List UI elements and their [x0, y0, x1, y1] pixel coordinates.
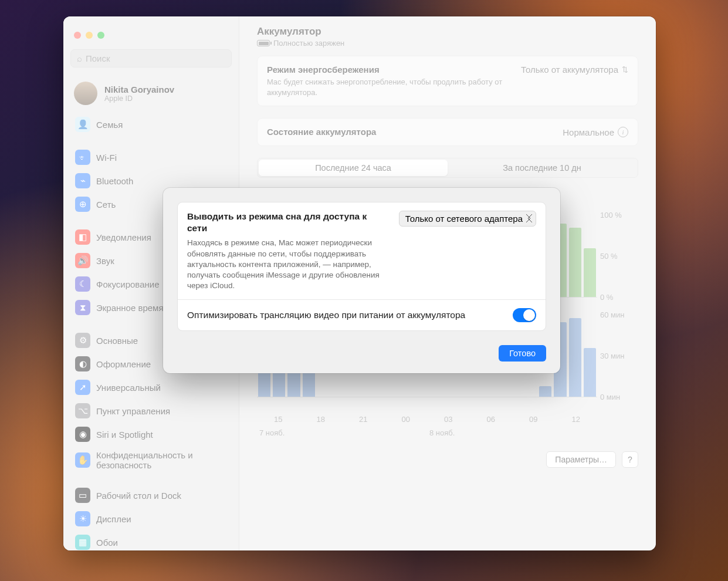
maximize-button[interactable]: [97, 32, 104, 39]
info-icon[interactable]: i: [618, 127, 628, 137]
sidebar-item-label: Siri и Spotlight: [96, 430, 153, 440]
sidebar-icon: ☀: [75, 511, 90, 526]
sidebar-icon: ⊕: [75, 197, 90, 212]
search-input[interactable]: [86, 53, 225, 63]
close-button[interactable]: [74, 32, 81, 39]
account-row[interactable]: Nikita Goryainov Apple ID: [70, 78, 232, 109]
sidebar-icon: ⌥: [75, 403, 90, 418]
page-title: Аккумулятор: [257, 26, 638, 38]
sidebar-icon: ◐: [75, 356, 90, 371]
sidebar-icon: 👤: [75, 117, 90, 132]
sidebar-item[interactable]: ✋Конфиденциальность и безопасность: [70, 447, 232, 474]
options-dialog: Выводить из режима сна для доступа к сет…: [163, 188, 560, 373]
sidebar-item[interactable]: ᯤWi-Fi: [70, 146, 232, 168]
sidebar-icon: ✋: [75, 452, 90, 468]
account-name: Nikita Goryainov: [104, 85, 174, 94]
sidebar-icon: ☾: [75, 276, 90, 292]
sidebar-item-label: Семья: [96, 120, 123, 130]
options-button[interactable]: Параметры…: [546, 451, 616, 468]
health-value: Нормальное: [563, 127, 614, 137]
sidebar-icon: 🔊: [75, 253, 90, 268]
sidebar-item[interactable]: ▭Рабочий стол и Dock: [70, 484, 232, 506]
low-power-value: Только от аккумулятора: [521, 65, 618, 75]
health-title: Состояние аккумулятора: [267, 127, 376, 137]
tab-24h[interactable]: Последние 24 часа: [259, 160, 448, 176]
low-power-row[interactable]: Режим энергосбережения Mac будет снижать…: [258, 56, 638, 106]
battery-health-row[interactable]: Состояние аккумулятора Нормальное i: [258, 119, 638, 146]
sidebar-item-label: Пункт управления: [96, 406, 170, 416]
done-button[interactable]: Готово: [499, 345, 546, 362]
sidebar-item[interactable]: ➚Универсальный: [70, 376, 232, 398]
sidebar-item-label: Wi-Fi: [96, 153, 117, 163]
search-icon: ⌕: [77, 53, 82, 63]
sidebar-item-label: Конфиденциальность и безопасность: [96, 450, 227, 470]
optimize-toggle[interactable]: [513, 308, 536, 322]
time-range-segment: Последние 24 часа За последние 10 дн: [257, 158, 638, 178]
sidebar-item-label: Дисплеи: [96, 514, 131, 524]
low-power-title: Режим энергосбережения: [267, 65, 509, 75]
optimize-video-row: Оптимизировать трансляцию видео при пита…: [178, 299, 546, 330]
sidebar-item-label: Оформление: [96, 359, 151, 369]
wake-select[interactable]: Только от сетевого адаптера: [399, 211, 536, 227]
sidebar-item-label: Рабочий стол и Dock: [96, 491, 181, 501]
sidebar-icon: ◧: [75, 229, 90, 245]
sidebar-item[interactable]: 👤Семья: [70, 113, 232, 136]
sidebar-item-label: Обои: [96, 538, 118, 548]
wake-title: Выводить из режима сна для доступа к сет…: [187, 211, 390, 234]
sidebar-icon: ➚: [75, 380, 90, 395]
traffic-lights: [70, 22, 232, 49]
sidebar-item[interactable]: ◉Siri и Spotlight: [70, 423, 232, 445]
minimize-button[interactable]: [86, 32, 93, 39]
page-header: Аккумулятор Полностью заряжен: [257, 26, 638, 48]
battery-icon: [257, 40, 270, 46]
account-sub: Apple ID: [104, 94, 174, 103]
tab-10d[interactable]: За последние 10 дн: [448, 160, 636, 176]
sidebar-item-label: Фокусирование: [96, 279, 160, 289]
sidebar-item-label: Экранное время: [96, 303, 164, 313]
sidebar-item-label: Основные: [96, 336, 138, 346]
low-power-sub: Mac будет снижать энергопотребление, что…: [267, 77, 509, 97]
sidebar-icon: ◉: [75, 427, 90, 442]
sidebar-item[interactable]: ☀Дисплеи: [70, 508, 232, 530]
sidebar-item-label: Универсальный: [96, 383, 161, 393]
sidebar-icon: ⚙: [75, 333, 90, 348]
sidebar-item[interactable]: ▦Обои: [70, 531, 232, 550]
wake-sub: Находясь в режиме сна, Mac может периоди…: [187, 238, 381, 291]
sidebar-icon: ᯤ: [75, 150, 90, 165]
sidebar-icon: ⧗: [75, 300, 90, 315]
sidebar-item-label: Звук: [96, 256, 114, 266]
sidebar-item-label: Bluetooth: [96, 176, 133, 186]
sidebar-icon: ⌁: [75, 173, 90, 188]
help-button[interactable]: ?: [622, 451, 638, 468]
optimize-label: Оптимизировать трансляцию видео при пита…: [187, 309, 465, 321]
sidebar-item-label: Уведомления: [96, 232, 151, 242]
wake-for-network-row: Выводить из режима сна для доступа к сет…: [178, 202, 546, 299]
sidebar-item[interactable]: ⌥Пункт управления: [70, 400, 232, 422]
sidebar-icon: ▦: [75, 535, 90, 550]
sidebar-item-label: Сеть: [96, 200, 116, 210]
avatar: [74, 82, 97, 105]
sidebar-icon: ▭: [75, 488, 90, 503]
battery-status: Полностью заряжен: [273, 39, 344, 48]
search-field[interactable]: ⌕: [70, 49, 232, 67]
chevron-updown-icon: ⇅: [622, 65, 628, 74]
